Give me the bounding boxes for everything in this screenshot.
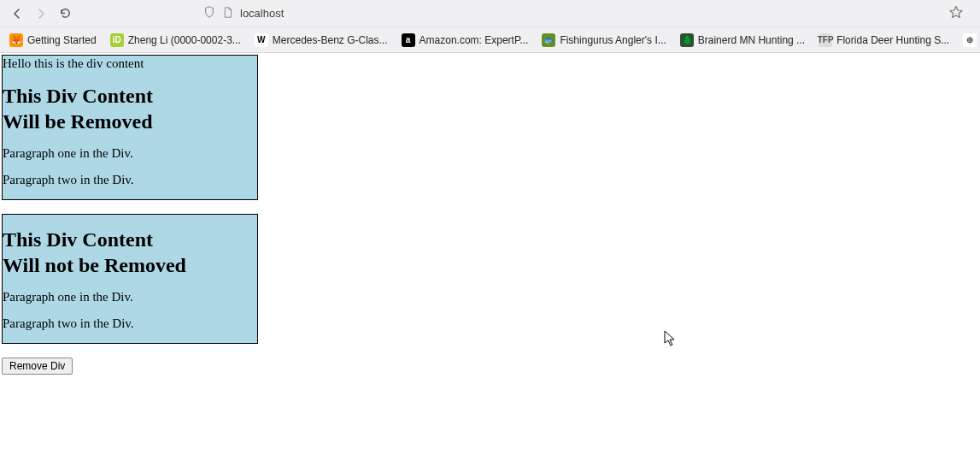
- div-heading-persistent: This Div Content Will not be Removed: [3, 227, 257, 278]
- div-paragraph: Paragraph one in the Div.: [3, 146, 257, 161]
- bookmark-favicon: ⊕: [963, 33, 977, 47]
- bookmark-item[interactable]: WMercedes-Benz G-Clas...: [249, 30, 394, 50]
- bookmark-favicon: iD: [110, 33, 124, 47]
- back-button[interactable]: [5, 2, 29, 26]
- div-paragraph: Paragraph two in the Div.: [3, 173, 257, 187]
- bookmark-label: Brainerd MN Hunting ...: [698, 34, 805, 46]
- shield-icon: [203, 6, 215, 21]
- bookmark-item[interactable]: 🦊Getting Started: [3, 30, 103, 50]
- remove-div-button[interactable]: Remove Div: [2, 358, 73, 375]
- bookmark-favicon: 🌲: [680, 33, 694, 47]
- div-paragraph: Paragraph one in the Div.: [3, 290, 257, 304]
- forward-button[interactable]: [29, 2, 53, 26]
- div-removable: Hello this is the div content This Div C…: [2, 55, 258, 200]
- bookmark-label: Mercedes-Benz G-Clas...: [273, 34, 388, 46]
- div-heading-removable: This Div Content Will be Removed: [3, 83, 257, 134]
- reload-button[interactable]: [53, 2, 77, 26]
- bookmark-item[interactable]: TFPFlorida Deer Hunting S...: [813, 30, 955, 50]
- bookmark-item[interactable]: 🌲Brainerd MN Hunting ...: [674, 30, 811, 50]
- bookmark-label: Florida Deer Hunting S...: [836, 34, 949, 46]
- bookmark-label: Getting Started: [27, 34, 97, 46]
- bookmarks-bar: 🦊Getting StartediDZheng Li (0000-0002-3.…: [0, 27, 980, 53]
- browser-toolbar: localhost: [0, 0, 980, 27]
- bookmark-favicon: a: [402, 33, 415, 47]
- bookmark-item[interactable]: 🐟Fishingurus Angler's I...: [536, 30, 672, 50]
- bookmark-item[interactable]: ⊕Another r: [957, 30, 980, 50]
- url-text: localhost: [240, 7, 284, 20]
- bookmark-favicon: 🐟: [542, 33, 555, 47]
- bookmark-favicon: 🦊: [9, 33, 23, 47]
- url-bar[interactable]: localhost: [197, 3, 949, 25]
- div-intro-text: Hello this is the div content: [3, 56, 144, 70]
- bookmark-item[interactable]: iDZheng Li (0000-0002-3...: [104, 30, 247, 50]
- bookmark-label: Amazon.com: ExpertP...: [420, 34, 529, 46]
- bookmark-star-icon[interactable]: [949, 5, 963, 22]
- bookmark-label: Zheng Li (0000-0002-3...: [128, 34, 241, 46]
- bookmark-label: Fishingurus Angler's I...: [560, 34, 666, 46]
- page-content: Hello this is the div content This Div C…: [0, 53, 980, 376]
- div-paragraph: Paragraph two in the Div.: [3, 316, 257, 331]
- bookmark-favicon: W: [255, 33, 268, 47]
- bookmark-item[interactable]: aAmazon.com: ExpertP...: [396, 30, 535, 50]
- div-persistent: This Div Content Will not be Removed Par…: [2, 214, 258, 344]
- page-icon: [222, 7, 233, 21]
- bookmark-favicon: TFP: [819, 33, 832, 47]
